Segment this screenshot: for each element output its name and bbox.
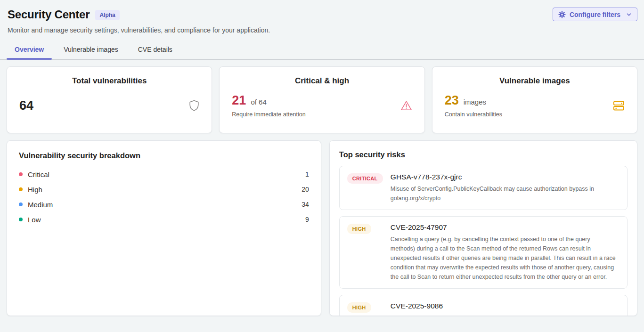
breakdown-row-low[interactable]: Low 9 <box>19 212 309 227</box>
stat-card-row: Total vulnerabilities 64 Critical & high <box>7 66 637 133</box>
stat-card-critical-high: Critical & high 21 of 64 Require immedia… <box>219 66 424 133</box>
medium-dot-icon <box>19 202 23 206</box>
stat-caption: Contain vulnerabilities <box>445 111 613 118</box>
alpha-badge: Alpha <box>95 10 119 20</box>
page-title: Security Center <box>8 8 90 21</box>
total-vulnerabilities-value: 64 <box>19 98 33 113</box>
risk-description: Cancelling a query (e.g. by cancelling t… <box>391 235 616 282</box>
stat-card-title: Vulnerable images <box>445 76 625 86</box>
stat-card-title: Total vulnerabilities <box>19 76 199 86</box>
breakdown-row-high[interactable]: High 20 <box>19 182 309 197</box>
stat-caption: Require immediate attention <box>232 111 400 118</box>
stat-card-total-vulnerabilities: Total vulnerabilities 64 <box>7 66 212 133</box>
risks-panel-title: Top security risks <box>339 150 628 159</box>
risk-item-cve-2025-9086[interactable]: HIGH CVE-2025-9086 <box>339 295 628 316</box>
severity-badge: HIGH <box>347 302 371 313</box>
main-content: Total vulnerabilities 64 Critical & high <box>0 60 644 316</box>
risk-id: CVE-2025-9086 <box>391 302 616 310</box>
stat-suffix: of 64 <box>251 98 266 106</box>
risk-id: GHSA-v778-237x-gjrc <box>391 173 616 181</box>
severity-badge: CRITICAL <box>347 173 383 184</box>
page-header: Security Center Alpha <box>0 0 644 34</box>
breakdown-value: 20 <box>302 186 309 193</box>
breakdown-row-medium[interactable]: Medium 34 <box>19 197 309 212</box>
stat-card-vulnerable-images: Vulnerable images 23 images Contain vuln… <box>432 66 637 133</box>
risk-list: CRITICAL GHSA-v778-237x-gjrc Misuse of S… <box>339 166 628 316</box>
tab-overview[interactable]: Overview <box>7 41 52 59</box>
risk-description: Misuse of ServerConfig.PublicKeyCallback… <box>391 184 616 203</box>
chevron-down-icon <box>626 12 632 17</box>
breakdown-value: 34 <box>302 201 309 208</box>
breakdown-list: Critical 1 High 20 Medium 34 Low 9 <box>19 167 309 227</box>
vulnerability-breakdown-panel: Vulnerability security breakdown Critica… <box>7 140 321 316</box>
breakdown-value: 1 <box>305 170 309 178</box>
risk-item-ghsa-v778-237x-gjrc[interactable]: CRITICAL GHSA-v778-237x-gjrc Misuse of S… <box>339 166 628 210</box>
tab-cve-details[interactable]: CVE details <box>130 41 180 59</box>
critical-high-value: 21 <box>232 93 246 108</box>
stat-suffix: images <box>464 98 486 106</box>
low-dot-icon <box>19 218 23 221</box>
warning-triangle-icon <box>400 100 412 111</box>
page-subtitle: Monitor and manage security settings, vu… <box>8 26 637 34</box>
high-dot-icon <box>19 187 23 191</box>
breakdown-value: 9 <box>305 216 309 223</box>
risk-id: CVE-2025-47907 <box>391 223 616 232</box>
shield-icon <box>189 100 199 111</box>
vulnerable-images-value: 23 <box>445 93 459 108</box>
image-layers-icon <box>613 100 625 111</box>
breakdown-label: Medium <box>28 201 53 209</box>
critical-dot-icon <box>19 172 23 176</box>
configure-filters-button[interactable]: Configure filters <box>553 8 637 21</box>
breakdown-row-critical[interactable]: Critical 1 <box>19 167 309 182</box>
breakdown-label: Low <box>28 216 41 224</box>
configure-filters-label: Configure filters <box>570 11 620 18</box>
top-security-risks-panel: Top security risks CRITICAL GHSA-v778-23… <box>329 140 637 316</box>
stat-card-title: Critical & high <box>232 76 412 86</box>
tab-vulnerable-images[interactable]: Vulnerable images <box>56 41 126 59</box>
tab-bar: Overview Vulnerable images CVE details <box>0 41 644 60</box>
breakdown-panel-title: Vulnerability security breakdown <box>19 151 309 160</box>
gear-icon <box>558 11 566 18</box>
breakdown-label: High <box>28 186 42 194</box>
breakdown-label: Critical <box>28 170 49 178</box>
risk-item-cve-2025-47907[interactable]: HIGH CVE-2025-47907 Cancelling a query (… <box>339 216 628 289</box>
severity-badge: HIGH <box>347 224 371 234</box>
